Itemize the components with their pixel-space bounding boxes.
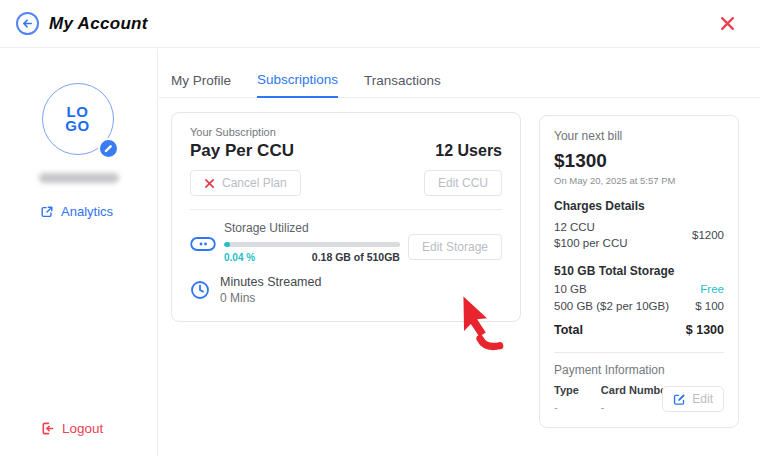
payment-information-title: Payment Information: [554, 363, 724, 377]
cancel-plan-button[interactable]: Cancel Plan: [190, 170, 301, 196]
logout-label: Logout: [62, 421, 103, 436]
next-bill-card: Your next bill $1300 On May 20, 2025 at …: [539, 115, 739, 428]
storage-progress-fill: [224, 242, 230, 247]
back-arrow-icon: [21, 17, 34, 30]
bill-amount: $1300: [554, 150, 724, 172]
edit-storage-button[interactable]: Edit Storage: [408, 234, 502, 260]
main-panel: My Profile Subscriptions Transactions Yo…: [159, 49, 760, 456]
edit-payment-button[interactable]: Edit: [662, 386, 724, 412]
subscription-section-label: Your Subscription: [190, 126, 502, 138]
cancel-x-icon: [204, 178, 215, 189]
charge-sublabel: $100 per CCU: [554, 235, 628, 251]
payment-type-value: -: [554, 401, 579, 413]
back-button[interactable]: [16, 12, 39, 35]
storage-row-label: 500 GB ($2 per 10GB): [554, 300, 669, 312]
storage-row-value: $ 100: [695, 300, 724, 312]
charge-label: 12 CCU: [554, 219, 628, 235]
edit-payment-label: Edit: [692, 392, 713, 406]
storage-usage: 0.18 GB of 510GB: [312, 251, 400, 263]
total-row: Total $ 1300: [554, 323, 724, 337]
account-sidebar: LO GO Analytics Logout: [0, 49, 158, 456]
analytics-label: Analytics: [61, 204, 113, 219]
users-count: 12 Users: [435, 142, 502, 160]
storage-row-value: Free: [700, 283, 724, 295]
charge-value: $1200: [692, 229, 724, 241]
storage-row-free: 10 GB Free: [554, 283, 724, 295]
plan-name: Pay Per CCU: [190, 141, 294, 161]
avatar: LO GO: [42, 83, 116, 157]
blurred-username: [39, 173, 119, 183]
total-label: Total: [554, 323, 583, 337]
charges-details-title: Charges Details: [554, 199, 724, 213]
storage-utilized-label: Storage Utilized: [224, 221, 400, 235]
edit-payment-icon: [673, 393, 686, 406]
tab-bar: My Profile Subscriptions Transactions: [159, 49, 760, 98]
tab-subscriptions[interactable]: Subscriptions: [257, 72, 338, 98]
bill-due-date: On May 20, 2025 at 5:57 PM: [554, 175, 724, 186]
clock-icon: [190, 280, 210, 300]
subscriptions-content: Your Subscription Pay Per CCU 12 Users C…: [159, 98, 760, 442]
storage-progress-bar: [224, 242, 400, 247]
storage-icon: [190, 236, 216, 256]
edit-ccu-button[interactable]: Edit CCU: [424, 170, 502, 196]
next-bill-title: Your next bill: [554, 129, 724, 143]
payment-type-header: Type: [554, 384, 579, 396]
edit-avatar-button[interactable]: [98, 138, 119, 159]
analytics-link[interactable]: Analytics: [40, 204, 113, 219]
charge-row-ccu: 12 CCU $100 per CCU $1200: [554, 219, 724, 251]
close-icon: [719, 15, 736, 32]
tab-transactions[interactable]: Transactions: [364, 73, 441, 97]
card-divider: [190, 209, 502, 210]
pencil-icon: [103, 144, 113, 154]
logo-text-bottom: GO: [65, 119, 89, 133]
tab-my-profile[interactable]: My Profile: [171, 73, 231, 97]
external-link-icon: [40, 205, 54, 219]
logout-icon: [40, 421, 55, 436]
payment-card-header: Card Number: [601, 384, 671, 396]
page-title: My Account: [49, 14, 148, 34]
storage-row-paid: 500 GB ($2 per 10GB) $ 100: [554, 300, 724, 312]
edit-ccu-label: Edit CCU: [438, 176, 488, 190]
minutes-streamed-value: 0 Mins: [220, 291, 321, 305]
subscription-card: Your Subscription Pay Per CCU 12 Users C…: [171, 112, 521, 322]
payment-card-value: -: [601, 401, 671, 413]
total-storage-title: 510 GB Total Storage: [554, 264, 724, 278]
storage-percent: 0.04 %: [224, 252, 255, 263]
close-button[interactable]: [719, 15, 736, 32]
logout-button[interactable]: Logout: [40, 421, 103, 436]
window-header: My Account: [0, 0, 760, 48]
cancel-plan-label: Cancel Plan: [222, 176, 287, 190]
minutes-streamed-label: Minutes Streamed: [220, 275, 321, 289]
edit-storage-label: Edit Storage: [422, 240, 488, 254]
storage-row-label: 10 GB: [554, 283, 587, 295]
bill-divider: [554, 352, 724, 353]
total-value: $ 1300: [686, 323, 724, 337]
